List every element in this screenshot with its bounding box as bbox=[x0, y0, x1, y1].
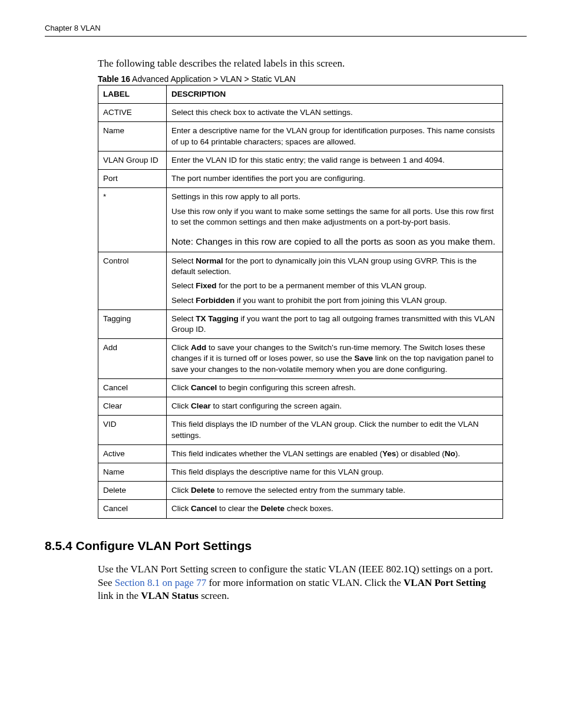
row-label: Name bbox=[98, 122, 167, 151]
body-segment: link in the bbox=[98, 590, 141, 601]
table-row: CancelClick Cancel to begin configuring … bbox=[98, 378, 503, 397]
row-label: Delete bbox=[98, 482, 167, 500]
table-row: VLAN Group IDEnter the VLAN ID for this … bbox=[98, 151, 503, 169]
description-text: This field displays the descriptive name… bbox=[171, 467, 498, 477]
table-row: ACTIVESelect this check box to activate … bbox=[98, 104, 503, 122]
table-intro-text: The following table describes the relate… bbox=[98, 58, 503, 70]
table-row: TaggingSelect TX Tagging if you want the… bbox=[98, 309, 503, 338]
vlan-static-table: LABEL DESCRIPTION ACTIVESelect this chec… bbox=[98, 85, 503, 519]
description-text: Enter a descriptive name for the VLAN gr… bbox=[171, 126, 498, 147]
description-text: This field displays the ID number of the… bbox=[171, 419, 498, 440]
row-description: The port number identifies the port you … bbox=[167, 170, 503, 188]
row-description: This field displays the descriptive name… bbox=[167, 463, 503, 481]
table-row: DeleteClick Delete to remove the selecte… bbox=[98, 482, 503, 500]
row-label: Add bbox=[98, 339, 167, 379]
section-heading-854: 8.5.4 Configure VLAN Port Settings bbox=[45, 539, 503, 553]
row-label: VLAN Group ID bbox=[98, 151, 167, 169]
description-text: Click Cancel to clear the Delete check b… bbox=[171, 503, 498, 514]
description-text: Select Normal for the port to dynamicall… bbox=[171, 256, 498, 277]
table-row: ClearClick Clear to start configuring th… bbox=[98, 397, 503, 416]
row-description: Select Normal for the port to dynamicall… bbox=[167, 252, 503, 309]
row-label: Clear bbox=[98, 397, 167, 416]
description-text: Settings in this row apply to all ports. bbox=[171, 192, 498, 202]
row-label: Cancel bbox=[98, 500, 167, 518]
running-head: Chapter 8 VLAN bbox=[45, 24, 527, 37]
description-text: Select Fixed for the port to be a perman… bbox=[171, 281, 498, 291]
row-description: This field indicates whether the VLAN se… bbox=[167, 444, 503, 463]
row-label: ACTIVE bbox=[98, 104, 167, 122]
content-area: The following table describes the relate… bbox=[98, 58, 503, 603]
description-text: Click Cancel to begin configuring this s… bbox=[171, 383, 498, 393]
description-text: Click Add to save your changes to the Sw… bbox=[171, 342, 498, 375]
row-description: This field displays the ID number of the… bbox=[167, 416, 503, 444]
table-number: Table 16 bbox=[98, 74, 130, 84]
row-description: Click Clear to start configuring the scr… bbox=[167, 397, 503, 416]
row-description: Click Cancel to clear the Delete check b… bbox=[167, 500, 503, 518]
row-description: Settings in this row apply to all ports.… bbox=[167, 188, 503, 252]
description-text: Note: Changes in this row are copied to … bbox=[171, 236, 498, 248]
table-row: AddClick Add to save your changes to the… bbox=[98, 339, 503, 379]
row-label: Cancel bbox=[98, 378, 167, 397]
table-row: ActiveThis field indicates whether the V… bbox=[98, 444, 503, 463]
table-row: *Settings in this row apply to all ports… bbox=[98, 188, 503, 252]
description-text: Enter the VLAN ID for this static entry;… bbox=[171, 155, 498, 166]
row-description: Click Cancel to begin configuring this s… bbox=[167, 378, 503, 397]
description-text: Select this check box to activate the VL… bbox=[171, 107, 498, 118]
row-label: VID bbox=[98, 416, 167, 444]
row-description: Click Add to save your changes to the Sw… bbox=[167, 339, 503, 379]
table-row: ControlSelect Normal for the port to dyn… bbox=[98, 252, 503, 309]
page: Chapter 8 VLAN The following table descr… bbox=[0, 0, 562, 728]
row-label: Tagging bbox=[98, 309, 167, 338]
table-caption-rest: Advanced Application > VLAN > Static VLA… bbox=[130, 74, 296, 84]
row-label: Name bbox=[98, 463, 167, 481]
description-text: Click Clear to start configuring the scr… bbox=[171, 401, 498, 411]
table-row: NameEnter a descriptive name for the VLA… bbox=[98, 122, 503, 151]
description-text: Click Delete to remove the selected entr… bbox=[171, 485, 498, 496]
table-row: VIDThis field displays the ID number of … bbox=[98, 416, 503, 444]
description-text: The port number identifies the port you … bbox=[171, 173, 498, 184]
row-description: Select this check box to activate the VL… bbox=[167, 104, 503, 122]
row-label: Port bbox=[98, 170, 167, 188]
table-header-row: LABEL DESCRIPTION bbox=[98, 85, 503, 104]
body-segment: screen. bbox=[199, 590, 229, 601]
table-row: CancelClick Cancel to clear the Delete c… bbox=[98, 500, 503, 518]
row-description: Enter a descriptive name for the VLAN gr… bbox=[167, 122, 503, 151]
body-segment: for more information on static VLAN. Cli… bbox=[206, 577, 404, 588]
header-label: LABEL bbox=[98, 85, 167, 104]
row-description: Click Delete to remove the selected entr… bbox=[167, 482, 503, 500]
body-bold: VLAN Status bbox=[141, 590, 199, 601]
table-row: PortThe port number identifies the port … bbox=[98, 170, 503, 188]
description-text: This field indicates whether the VLAN se… bbox=[171, 449, 498, 459]
row-label: Control bbox=[98, 252, 167, 309]
row-description: Enter the VLAN ID for this static entry;… bbox=[167, 151, 503, 169]
description-text: Use this row only if you want to make so… bbox=[171, 206, 498, 228]
description-text: Select TX Tagging if you want the port t… bbox=[171, 314, 498, 335]
cross-ref-link[interactable]: Section 8.1 on page 77 bbox=[115, 577, 206, 588]
section-body-paragraph: Use the VLAN Port Setting screen to conf… bbox=[98, 563, 503, 604]
body-bold: VLAN Port Setting bbox=[404, 577, 486, 588]
table-caption: Table 16 Advanced Application > VLAN > S… bbox=[98, 74, 503, 84]
table-row: NameThis field displays the descriptive … bbox=[98, 463, 503, 481]
row-description: Select TX Tagging if you want the port t… bbox=[167, 309, 503, 338]
row-label: * bbox=[98, 188, 167, 252]
header-description: DESCRIPTION bbox=[167, 85, 503, 104]
description-text: Select Forbidden if you want to prohibit… bbox=[171, 295, 498, 306]
row-label: Active bbox=[98, 444, 167, 463]
